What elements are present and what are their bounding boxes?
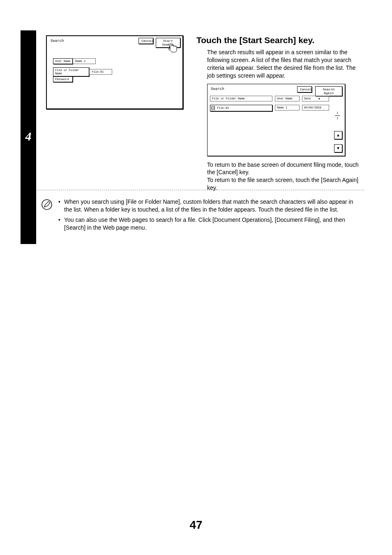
- filefolder-button[interactable]: File or Folder Name: [53, 67, 89, 76]
- step-intro: The search results will appear in a scre…: [207, 48, 361, 80]
- search-form-panel: Search Cancel Start Search User Name Nam…: [46, 35, 183, 109]
- document-icon: [211, 106, 215, 110]
- step-heading: Touch the [Start Search] key.: [196, 35, 361, 45]
- page-indicator: 1 1: [332, 111, 342, 120]
- cancel-button[interactable]: Cancel: [138, 38, 153, 44]
- note-item-2: You can also use the Web pages to search…: [60, 216, 360, 232]
- column-header-date-label: Date: [304, 97, 311, 100]
- notes-list: When you search using [File or Folder Na…: [60, 198, 360, 234]
- search-again-button[interactable]: Search Again: [315, 86, 342, 96]
- page-current: 1: [332, 111, 342, 115]
- touch-hand-icon: [167, 43, 180, 57]
- arrow-up-icon: ▲: [336, 133, 340, 137]
- after-text-1: To return to the base screen of document…: [207, 161, 361, 177]
- dashed-divider: [36, 190, 364, 190]
- page-total: 1: [332, 117, 342, 120]
- result-row-user: Name 1: [275, 105, 300, 111]
- step-number: 4: [21, 129, 36, 143]
- page-down-button[interactable]: ▼: [334, 144, 342, 152]
- svg-point-1: [212, 108, 213, 108]
- result-row-file[interactable]: file-01: [210, 105, 272, 111]
- pencil-note-icon: [41, 199, 53, 212]
- result-filename: file-01: [217, 106, 229, 110]
- username-button[interactable]: User Name: [53, 58, 73, 64]
- note-item-1: When you search using [File or Folder Na…: [60, 198, 360, 214]
- password-button[interactable]: Password: [53, 76, 73, 82]
- column-header-file[interactable]: File or Folder Name: [210, 96, 272, 101]
- sort-triangle-icon: ▲: [318, 97, 320, 100]
- result-row-date: 04/04/2010: [302, 105, 329, 111]
- results-title: Search: [211, 87, 224, 91]
- svg-point-2: [42, 200, 52, 210]
- column-header-date[interactable]: Date ▲: [302, 96, 329, 101]
- arrow-down-icon: ▼: [336, 146, 340, 150]
- page-up-button[interactable]: ▲: [334, 131, 342, 139]
- page-number: 47: [0, 518, 392, 532]
- panel-title: Search: [51, 39, 64, 43]
- results-cancel-button[interactable]: Cancel: [297, 86, 312, 92]
- username-value: Name 1: [73, 58, 96, 64]
- column-header-user[interactable]: User Name: [275, 96, 300, 101]
- filefolder-value: file-01: [89, 69, 112, 75]
- search-results-panel: Search Cancel Search Again File or Folde…: [207, 84, 345, 156]
